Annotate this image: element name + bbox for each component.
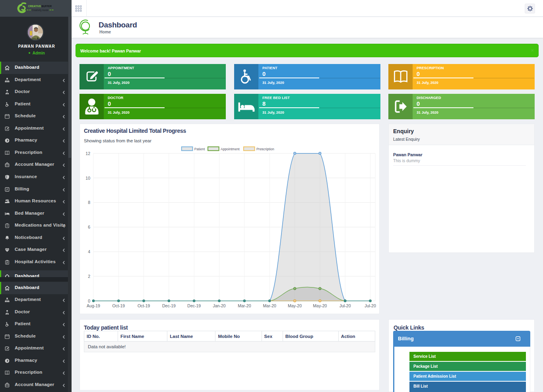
svg-text:Jan-20: Jan-20 [213, 303, 226, 308]
svg-text:Creativity Inside: Creativity Inside [32, 8, 48, 12]
svg-text:4: 4 [88, 249, 90, 254]
svg-text:Oct-19: Oct-19 [112, 303, 125, 308]
svg-text:Aug-19: Aug-19 [87, 303, 100, 308]
svg-text:May-20: May-20 [313, 303, 327, 308]
svg-text:Mar-20: Mar-20 [263, 303, 276, 308]
svg-text:May-20: May-20 [288, 303, 302, 308]
svg-text:8: 8 [88, 200, 90, 205]
svg-text:Prescription: Prescription [256, 147, 274, 151]
svg-text:Appointment: Appointment [221, 147, 240, 151]
svg-text:Patient: Patient [194, 147, 205, 151]
svg-text:Mar-20: Mar-20 [238, 303, 251, 308]
svg-text:6: 6 [88, 225, 90, 229]
svg-text:Dec-19: Dec-19 [187, 303, 201, 308]
svg-text:Jul-20: Jul-20 [365, 303, 376, 308]
svg-text:CREATIVE: CREATIVE [28, 4, 41, 8]
svg-text:Jul-20: Jul-20 [339, 303, 351, 308]
svg-text:2: 2 [88, 274, 90, 279]
svg-text:12: 12 [85, 151, 90, 156]
svg-text:Dec-19: Dec-19 [162, 303, 176, 308]
svg-text:0: 0 [88, 299, 90, 303]
svg-text:BUFFER: BUFFER [42, 4, 52, 8]
svg-text:Oct-19: Oct-19 [138, 303, 150, 308]
svg-text:10: 10 [85, 176, 90, 180]
